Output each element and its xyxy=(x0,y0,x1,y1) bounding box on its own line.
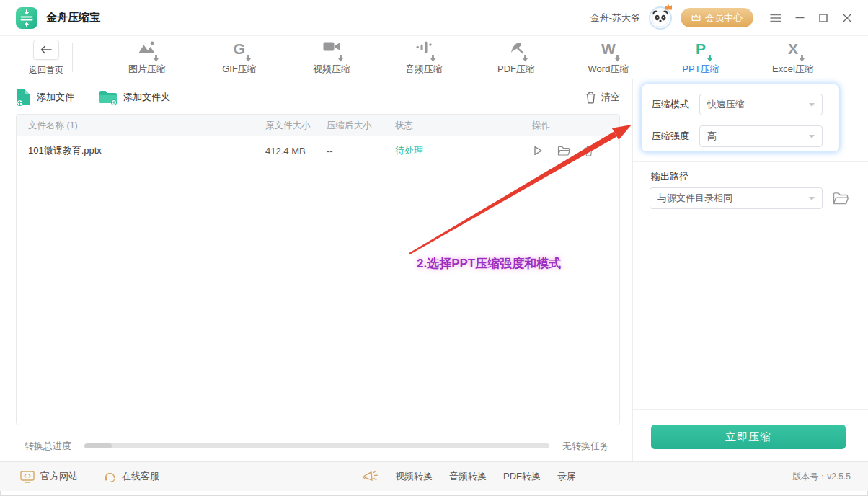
mode-select[interactable]: 快速压缩 xyxy=(699,94,823,115)
strength-label: 压缩强度 xyxy=(652,130,699,143)
mode-label: 压缩模式 xyxy=(652,98,699,111)
output-path-select[interactable]: 与源文件目录相同 xyxy=(650,187,823,209)
header-operations: 操作 xyxy=(532,120,608,132)
tab-label: PDF压缩 xyxy=(497,63,535,76)
headset-icon xyxy=(104,471,116,482)
down-arrow-icon xyxy=(522,55,528,62)
back-home-label: 返回首页 xyxy=(20,64,72,76)
version-label: 版本号：v2.5.5 xyxy=(792,471,851,483)
clear-list-button[interactable]: 清空 xyxy=(585,91,620,104)
maximize-button[interactable] xyxy=(815,10,831,26)
original-size: 412.4 MB xyxy=(265,146,327,156)
browse-folder-button[interactable] xyxy=(832,192,849,205)
settings-divider xyxy=(633,161,868,162)
tab-excel-compress[interactable]: X Excel压缩 xyxy=(747,39,839,78)
add-file-button[interactable]: 添加文件 xyxy=(16,89,74,106)
annotation-step-text: 2.选择PPT压缩强度和模式 xyxy=(417,255,561,272)
compressed-size: -- xyxy=(327,146,395,156)
strength-value: 高 xyxy=(707,130,717,143)
add-file-icon xyxy=(16,89,31,106)
tab-gif-compress[interactable]: G GIF压缩 xyxy=(193,39,285,78)
file-table-header: 文件名称 (1) 原文件大小 压缩后大小 状态 操作 xyxy=(17,115,619,136)
panda-avatar-icon xyxy=(650,8,670,28)
megaphone-icon xyxy=(362,470,378,483)
output-path-label: 输出路径 xyxy=(651,170,688,183)
tab-pdf-compress[interactable]: PDF压缩 xyxy=(470,39,562,78)
tab-label: 音频压缩 xyxy=(405,63,443,76)
minimize-button[interactable] xyxy=(792,10,807,26)
add-folder-icon xyxy=(99,89,118,105)
tab-label: 视频压缩 xyxy=(313,63,350,76)
progress-status: 无转换任务 xyxy=(562,440,609,453)
username: 金舟-苏大爷 xyxy=(590,12,640,25)
maximize-icon xyxy=(819,14,828,22)
gif-compress-icon: G xyxy=(234,40,245,58)
open-folder-button[interactable] xyxy=(557,146,570,156)
progress-bar-fill xyxy=(84,443,112,448)
pdf-compress-icon xyxy=(509,40,524,54)
add-file-label: 添加文件 xyxy=(37,91,74,104)
tab-label: Excel压缩 xyxy=(772,63,814,76)
file-name: 101微课教育.pptx xyxy=(28,144,265,157)
play-icon xyxy=(532,145,544,156)
chevron-down-icon xyxy=(809,103,815,107)
avatar[interactable] xyxy=(649,6,672,30)
tab-video-compress[interactable]: 视频压缩 xyxy=(285,39,378,78)
hamburger-icon xyxy=(770,14,781,22)
close-button[interactable] xyxy=(839,10,855,26)
delete-file-button[interactable] xyxy=(584,146,593,156)
official-site-label: 官方网站 xyxy=(40,470,78,483)
minimize-icon xyxy=(795,17,805,19)
tab-word-compress[interactable]: W Word压缩 xyxy=(562,39,655,78)
down-arrow-icon xyxy=(245,55,252,62)
pdf-convert-link[interactable]: PDF转换 xyxy=(503,470,541,483)
tab-label: 图片压缩 xyxy=(128,63,166,76)
progress-row: 转换总进度 无转换任务 xyxy=(0,430,632,461)
official-site-link[interactable]: 官方网站 xyxy=(20,470,78,483)
down-arrow-icon xyxy=(799,55,805,62)
add-folder-button[interactable]: 添加文件夹 xyxy=(99,89,170,105)
compress-now-button[interactable]: 立即压缩 xyxy=(651,425,846,449)
member-center-label: 会员中心 xyxy=(705,12,743,25)
menu-button[interactable] xyxy=(768,10,784,26)
online-service-link[interactable]: 在线客服 xyxy=(104,470,159,483)
button-divider xyxy=(633,409,868,410)
close-icon xyxy=(843,14,851,22)
header-file-name: 文件名称 (1) xyxy=(28,120,265,132)
strength-select[interactable]: 高 xyxy=(699,125,823,147)
trash-icon xyxy=(584,146,593,156)
add-folder-label: 添加文件夹 xyxy=(123,91,170,104)
member-center-button[interactable]: 会员中心 xyxy=(681,8,753,27)
titlebar: 金舟压缩宝 金舟-苏大爷 xyxy=(0,0,868,36)
tab-label: Word压缩 xyxy=(588,63,629,76)
tab-label: GIF压缩 xyxy=(222,63,257,76)
nav-divider xyxy=(72,43,73,72)
tab-label: PPT压缩 xyxy=(682,63,719,76)
status-badge: 待处理 xyxy=(395,144,532,157)
tab-ppt-compress[interactable]: P PPT压缩 xyxy=(655,39,747,78)
down-arrow-icon xyxy=(430,55,436,62)
online-service-label: 在线客服 xyxy=(122,470,159,483)
trash-icon xyxy=(585,92,596,104)
screen-record-link[interactable]: 录屏 xyxy=(557,470,576,483)
nav-bar: 返回首页 图片压缩 G xyxy=(0,36,868,79)
tab-audio-compress[interactable]: 音频压缩 xyxy=(378,39,470,78)
back-home-button[interactable]: 返回首页 xyxy=(20,40,72,76)
open-folder-icon xyxy=(832,192,849,205)
video-convert-link[interactable]: 视频转换 xyxy=(395,470,433,483)
play-button[interactable] xyxy=(532,145,544,156)
down-arrow-icon xyxy=(337,55,344,62)
progress-label: 转换总进度 xyxy=(25,440,71,453)
app-logo-icon xyxy=(16,7,37,29)
settings-panel: 压缩模式 快速压缩 压缩强度 高 输出路径 与源文件目录相同 xyxy=(632,79,868,461)
clear-list-label: 清空 xyxy=(601,91,620,104)
header-status: 状态 xyxy=(395,120,532,132)
table-row[interactable]: 101微课教育.pptx 412.4 MB -- 待处理 xyxy=(17,136,619,165)
down-arrow-icon xyxy=(707,55,713,62)
chevron-down-icon xyxy=(809,135,815,138)
back-arrow-icon xyxy=(40,45,52,54)
tab-image-compress[interactable]: 图片压缩 xyxy=(101,39,193,78)
audio-convert-link[interactable]: 音频转换 xyxy=(449,470,487,483)
excel-compress-icon: X xyxy=(788,40,798,58)
app-window: 金舟压缩宝 金舟-苏大爷 xyxy=(0,0,868,496)
